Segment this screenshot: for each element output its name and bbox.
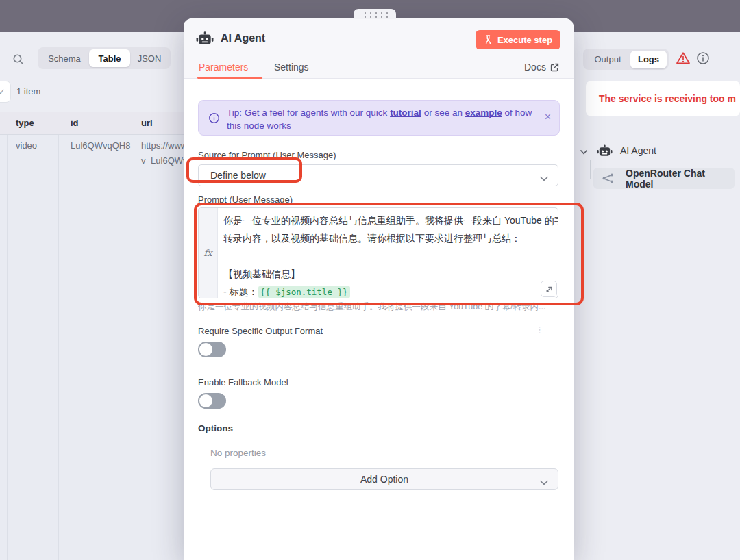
require-format-label: Require Specific Output Format bbox=[198, 326, 323, 336]
cell-url-line1: https://www bbox=[141, 140, 187, 151]
column-divider bbox=[129, 112, 130, 560]
cell-type: video bbox=[16, 140, 37, 151]
prompt-line: 你是一位专业的视频内容总结与信息重组助手。我将提供一段来自 YouTube 的字… bbox=[223, 212, 552, 229]
add-option-label: Add Option bbox=[360, 474, 408, 485]
docs-link[interactable]: Docs bbox=[524, 62, 559, 73]
info-icon[interactable] bbox=[696, 51, 710, 65]
column-header-type[interactable]: type bbox=[16, 118, 34, 128]
fallback-toggle[interactable] bbox=[198, 393, 226, 409]
fallback-label: Enable Fallback Model bbox=[198, 377, 288, 387]
execute-step-label: Execute step bbox=[497, 35, 552, 45]
source-prompt-label: Source for Prompt (User Message) bbox=[198, 150, 336, 160]
column-header-id[interactable]: id bbox=[71, 118, 79, 128]
chevron-down-icon[interactable] bbox=[580, 147, 588, 155]
select-all-checkbox[interactable]: ✓ bbox=[0, 81, 11, 103]
prompt-label: Prompt (User Message) bbox=[198, 194, 293, 205]
cell-id: Lul6QWvqQH8 bbox=[71, 140, 130, 151]
tab-table[interactable]: Table bbox=[89, 49, 130, 67]
tab-output[interactable]: Output bbox=[585, 51, 630, 68]
column-header-url[interactable]: url bbox=[141, 118, 153, 128]
source-prompt-value: Define below bbox=[199, 170, 266, 181]
cell-url-line2: v=Lul6QWv bbox=[141, 155, 188, 166]
expression-token: {{ $json.title }} bbox=[258, 286, 350, 298]
error-message: The service is receiving too m bbox=[586, 93, 736, 104]
tip-text: Tip: Get a feel for agents with our quic… bbox=[227, 106, 534, 132]
external-link-icon bbox=[550, 63, 559, 72]
search-icon[interactable] bbox=[12, 53, 25, 66]
tab-parameters[interactable]: Parameters bbox=[199, 62, 248, 73]
kebab-menu-icon[interactable]: ⋮ bbox=[535, 324, 544, 335]
expression-gutter: fx bbox=[199, 208, 218, 298]
expand-editor-button[interactable] bbox=[541, 281, 557, 297]
execute-step-button[interactable]: Execute step bbox=[476, 30, 560, 49]
tab-schema[interactable]: Schema bbox=[40, 49, 89, 67]
add-option-button[interactable]: Add Option bbox=[210, 468, 558, 490]
require-format-toggle[interactable] bbox=[198, 342, 226, 357]
fx-icon: fx bbox=[204, 248, 212, 258]
chevron-down-icon bbox=[540, 173, 548, 183]
tab-logs[interactable]: Logs bbox=[630, 51, 667, 68]
node-title: AI Agent bbox=[221, 32, 265, 44]
expand-icon bbox=[545, 285, 553, 293]
options-divider bbox=[198, 437, 558, 437]
info-icon bbox=[208, 112, 220, 124]
robot-icon bbox=[597, 144, 613, 157]
prompt-resolved-preview: 你是一位专业的视频内容总结与信息重组助手。我将提供一段来自 YouTube 的字… bbox=[198, 301, 558, 313]
error-banner: The service is receiving too m bbox=[586, 81, 740, 116]
tutorial-link[interactable]: tutorial bbox=[390, 107, 421, 118]
no-properties-text: No properties bbox=[210, 448, 266, 458]
output-view-switcher: Output Logs bbox=[583, 49, 669, 70]
prompt-line: - 标题：{{ $json.title }} bbox=[223, 283, 552, 298]
modal-header: AI Agent Execute step Parameters Setting… bbox=[184, 18, 574, 79]
toggle-knob bbox=[199, 343, 212, 356]
item-count-label: 1 item bbox=[16, 86, 40, 97]
node-title-row: AI Agent bbox=[196, 31, 265, 46]
active-tab-underline bbox=[197, 77, 262, 79]
column-divider bbox=[58, 112, 59, 560]
prompt-line bbox=[223, 247, 552, 265]
prompt-line: 【视频基础信息】 bbox=[223, 265, 552, 283]
robot-icon bbox=[196, 31, 214, 46]
options-heading: Options bbox=[198, 423, 233, 433]
input-data-table: type id url video Lul6QWvqQH8 https://ww… bbox=[0, 112, 184, 560]
check-icon: ✓ bbox=[0, 87, 5, 97]
modal-drag-handle[interactable] bbox=[354, 9, 396, 19]
grip-dots-icon bbox=[362, 12, 388, 18]
tree-node-label: OpenRouter Chat Model bbox=[626, 168, 735, 190]
prompt-editor[interactable]: fx 你是一位专业的视频内容总结与信息重组助手。我将提供一段来自 YouTube… bbox=[198, 207, 558, 298]
prompt-line: 转录内容，以及视频的基础信息。请你根据以下要求进行整理与总结： bbox=[223, 229, 552, 247]
tree-node-label: AI Agent bbox=[620, 145, 656, 156]
prompt-text[interactable]: 你是一位专业的视频内容总结与信息重组助手。我将提供一段来自 YouTube 的字… bbox=[223, 212, 552, 298]
tab-json[interactable]: JSON bbox=[130, 49, 169, 67]
column-divider bbox=[7, 112, 8, 560]
example-link[interactable]: example bbox=[465, 107, 502, 118]
screen: Schema Table JSON ✓ 1 item type id url v… bbox=[0, 0, 740, 560]
close-icon[interactable]: × bbox=[545, 111, 551, 123]
input-view-switcher: Schema Table JSON bbox=[38, 47, 171, 69]
table-header-row: type id url bbox=[0, 112, 184, 135]
toggle-knob bbox=[199, 394, 212, 407]
chevron-down-icon bbox=[540, 476, 548, 487]
model-share-icon bbox=[602, 173, 615, 183]
tab-settings[interactable]: Settings bbox=[274, 62, 309, 73]
tip-banner: Tip: Get a feel for agents with our quic… bbox=[198, 100, 560, 136]
log-tree-node-ai-agent[interactable]: AI Agent bbox=[580, 141, 737, 160]
log-tree-node-openrouter[interactable]: OpenRouter Chat Model bbox=[593, 168, 735, 189]
docs-label: Docs bbox=[524, 62, 546, 73]
warning-icon[interactable] bbox=[676, 51, 691, 65]
node-detail-modal: AI Agent Execute step Parameters Setting… bbox=[184, 18, 574, 560]
source-prompt-select[interactable]: Define below bbox=[198, 164, 558, 186]
flask-icon bbox=[484, 35, 493, 44]
